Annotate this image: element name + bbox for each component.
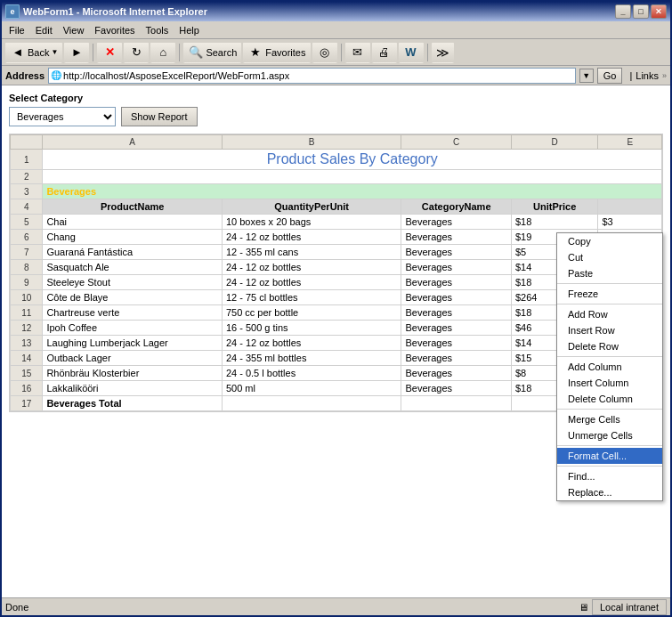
header-unitprice: UnitPrice bbox=[511, 199, 598, 215]
col-header-a[interactable]: A bbox=[43, 135, 223, 150]
search-button[interactable]: 🔍 Search bbox=[183, 42, 241, 63]
ctx-delete-column[interactable]: Delete Column bbox=[557, 391, 662, 407]
address-label: Address bbox=[5, 70, 45, 81]
row-num-4: 4 bbox=[11, 199, 43, 215]
address-bar: Address 🌐 ▼ Go | Links » bbox=[2, 66, 670, 85]
toolbar: ◄ Back ▼ ► ✕ ↻ ⌂ 🔍 Search ★ Favorites ◎ bbox=[2, 39, 670, 66]
ctx-freeze[interactable]: Freeze bbox=[557, 286, 662, 302]
computer-icon: 🖥 bbox=[579, 602, 588, 613]
controls-row: Beverages Condiments Confections Dairy P… bbox=[9, 107, 663, 126]
ctx-add-row[interactable]: Add Row bbox=[557, 306, 662, 322]
ctx-sep-4 bbox=[557, 409, 662, 410]
edit-icon: W bbox=[403, 45, 419, 61]
print-button[interactable]: 🖨 bbox=[372, 42, 397, 63]
table-row: 2 bbox=[11, 170, 662, 184]
table-row: 3 Beverages bbox=[11, 184, 662, 199]
back-dropdown-icon: ▼ bbox=[51, 48, 58, 56]
header-quantityperunit: QuantityPerUnit bbox=[222, 199, 401, 215]
favorites-icon: ★ bbox=[247, 45, 263, 61]
separator-3 bbox=[341, 44, 342, 61]
window-controls: _ □ ✕ bbox=[615, 4, 667, 19]
home-button[interactable]: ⌂ bbox=[150, 42, 175, 63]
status-bar: Done 🖥 Local intranet bbox=[2, 597, 670, 615]
col-header-e[interactable]: E bbox=[598, 135, 662, 150]
ctx-cut[interactable]: Cut bbox=[557, 249, 662, 265]
ctx-find[interactable]: Find... bbox=[557, 468, 662, 484]
header-e bbox=[598, 199, 662, 215]
edit-button[interactable]: W bbox=[399, 42, 424, 63]
select-category-label: Select Category bbox=[9, 93, 663, 103]
favorites-button[interactable]: ★ Favorites bbox=[243, 42, 310, 63]
window-frame: e WebForm1 - Microsoft Internet Explorer… bbox=[0, 0, 672, 617]
media-button[interactable]: ◎ bbox=[312, 42, 337, 63]
maximize-button[interactable]: □ bbox=[633, 4, 649, 19]
category-cell: Beverages bbox=[43, 184, 662, 199]
total-cell: Beverages Total bbox=[43, 396, 223, 411]
ctx-sep-6 bbox=[557, 466, 662, 467]
row-num-1: 1 bbox=[11, 150, 43, 170]
table-row: 5 Chai 10 boxes x 20 bags Beverages $18 … bbox=[11, 215, 662, 230]
more-button[interactable]: ≫ bbox=[432, 42, 454, 63]
menu-edit[interactable]: Edit bbox=[30, 23, 58, 37]
ctx-sep-2 bbox=[557, 304, 662, 304]
ctx-add-column[interactable]: Add Column bbox=[557, 359, 662, 375]
favorites-label: Favorites bbox=[265, 47, 305, 58]
ctx-insert-column[interactable]: Insert Column bbox=[557, 375, 662, 391]
refresh-button[interactable]: ↻ bbox=[124, 42, 149, 63]
history-button[interactable]: ✉ bbox=[345, 42, 370, 63]
search-label: Search bbox=[206, 47, 237, 58]
header-productname: ProductName bbox=[43, 199, 223, 215]
ctx-delete-row[interactable]: Delete Row bbox=[557, 338, 662, 354]
window-title: WebForm1 - Microsoft Internet Explorer bbox=[23, 6, 615, 17]
stop-button[interactable]: ✕ bbox=[97, 42, 122, 63]
status-right: 🖥 Local intranet bbox=[579, 599, 667, 615]
header-categoryname: CategoryName bbox=[401, 199, 512, 215]
separator-4 bbox=[427, 44, 428, 61]
menu-tools[interactable]: Tools bbox=[141, 23, 174, 37]
menu-view[interactable]: View bbox=[58, 23, 90, 37]
stop-icon: ✕ bbox=[101, 45, 117, 61]
ctx-sep-5 bbox=[557, 445, 662, 446]
address-dropdown-button[interactable]: ▼ bbox=[579, 69, 594, 83]
context-menu: Copy Cut Paste Freeze Add Row Insert Row… bbox=[556, 232, 663, 501]
col-header-c[interactable]: C bbox=[401, 135, 512, 150]
menu-file[interactable]: File bbox=[4, 23, 30, 37]
address-input-wrap: 🌐 bbox=[48, 68, 576, 84]
ctx-replace[interactable]: Replace... bbox=[557, 484, 662, 500]
minimize-button[interactable]: _ bbox=[615, 4, 631, 19]
separator-5: | bbox=[629, 70, 632, 81]
app-icon: e bbox=[5, 4, 20, 19]
search-icon: 🔍 bbox=[188, 45, 204, 61]
empty-row-2 bbox=[43, 170, 662, 184]
show-report-button[interactable]: Show Report bbox=[121, 107, 198, 126]
links-arrow-icon: » bbox=[662, 71, 667, 80]
ctx-copy[interactable]: Copy bbox=[557, 233, 662, 249]
forward-button[interactable]: ► bbox=[64, 42, 89, 63]
col-header-row: A B C D E bbox=[11, 135, 662, 150]
ctx-paste[interactable]: Paste bbox=[557, 265, 662, 281]
menu-help[interactable]: Help bbox=[174, 23, 205, 37]
title-bar: e WebForm1 - Microsoft Internet Explorer… bbox=[2, 2, 670, 21]
category-select[interactable]: Beverages Condiments Confections Dairy P… bbox=[9, 107, 116, 126]
ctx-format-cell[interactable]: Format Cell... bbox=[557, 448, 662, 464]
separator-2 bbox=[179, 44, 180, 61]
back-icon: ◄ bbox=[10, 45, 26, 61]
separator-1 bbox=[93, 44, 93, 61]
ctx-unmerge-cells[interactable]: Unmerge Cells bbox=[557, 427, 662, 443]
table-row: 4 ProductName QuantityPerUnit CategoryNa… bbox=[11, 199, 662, 215]
status-text: Done bbox=[5, 602, 579, 613]
col-header-d[interactable]: D bbox=[511, 135, 598, 150]
forward-icon: ► bbox=[69, 45, 85, 61]
go-button[interactable]: Go bbox=[597, 68, 623, 84]
status-zone: Local intranet bbox=[592, 599, 667, 615]
back-label: Back bbox=[28, 47, 49, 58]
col-header-b[interactable]: B bbox=[222, 135, 401, 150]
back-button[interactable]: ◄ Back ▼ bbox=[5, 42, 62, 63]
address-input[interactable] bbox=[63, 70, 573, 81]
menu-favorites[interactable]: Favorites bbox=[89, 23, 140, 37]
ctx-sep-1 bbox=[557, 283, 662, 284]
close-button[interactable]: ✕ bbox=[651, 4, 667, 19]
ctx-merge-cells[interactable]: Merge Cells bbox=[557, 411, 662, 427]
links-label[interactable]: Links bbox=[636, 70, 659, 81]
ctx-insert-row[interactable]: Insert Row bbox=[557, 322, 662, 338]
